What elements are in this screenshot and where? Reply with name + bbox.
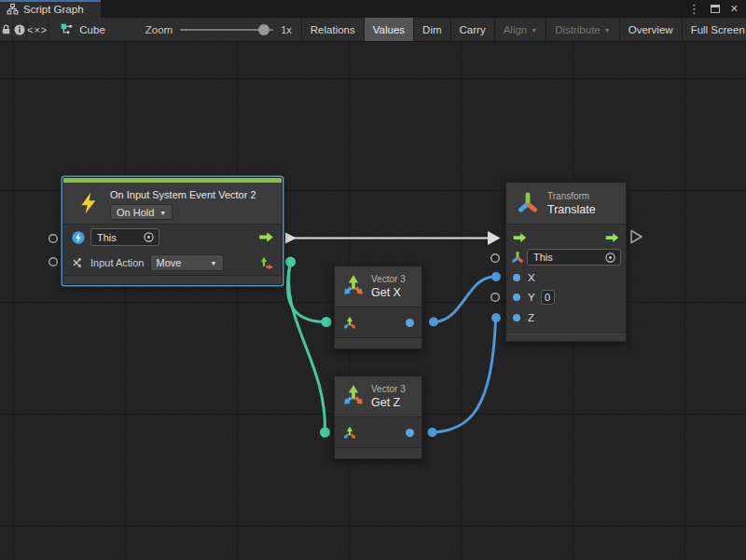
node-vector3-get-x[interactable]: Vector 3 Get X	[334, 266, 422, 349]
translate-node-footer	[506, 332, 626, 341]
getz-node-footer	[335, 447, 421, 458]
chevron-down-icon: ▼	[159, 210, 166, 216]
port-z-dot[interactable]	[513, 314, 520, 321]
fullscreen-button[interactable]: Full Screen	[682, 18, 746, 41]
vector3-input-port-icon[interactable]	[342, 315, 357, 331]
getz-category: Vector 3	[371, 383, 406, 395]
lock-button[interactable]	[0, 18, 13, 41]
tab-script-graph[interactable]: Script Graph	[0, 0, 101, 18]
node-on-input-system-event[interactable]: On Input System Event Vector 2 On Hold ▼…	[62, 177, 283, 285]
node-vector3-get-z[interactable]: Vector 3 Get Z	[334, 376, 422, 459]
graph-breadcrumb[interactable]: Cube Zoom 1x	[48, 18, 301, 41]
self-target-icon[interactable]	[604, 252, 616, 264]
inspect-button[interactable]	[13, 18, 27, 41]
event-mode-dropdown[interactable]: On Hold ▼	[110, 204, 173, 220]
transform-mini-icon	[511, 251, 524, 264]
vector3-input-port-icon[interactable]	[342, 425, 357, 441]
zoom-slider-handle[interactable]	[258, 24, 269, 35]
tab-bar: Script Graph ⋮ ✕	[0, 0, 746, 18]
translate-category: Transform	[547, 190, 596, 202]
event-node-title: On Input System Event Vector 2	[110, 189, 256, 201]
vector2-output-icon[interactable]	[258, 254, 275, 271]
relations-button[interactable]: Relations	[301, 18, 364, 41]
port-x-dot[interactable]	[513, 274, 520, 281]
menu-icon[interactable]: ⋮	[688, 3, 700, 15]
getz-name: Get Z	[371, 395, 406, 410]
port-y-label: Y	[528, 292, 535, 303]
control-output-arrow-icon[interactable]	[257, 231, 275, 243]
toolbar-buttons: Relations Values Dim Carry Align ▼ Distr…	[301, 18, 746, 41]
input-action-label: Input Action	[90, 257, 145, 268]
zoom-slider[interactable]	[180, 29, 273, 31]
chevron-down-icon: ▼	[211, 260, 217, 266]
port-x-label: X	[528, 272, 535, 283]
port-y-value[interactable]: 0	[541, 290, 555, 305]
carry-button[interactable]: Carry	[450, 18, 494, 41]
overview-button[interactable]: Overview	[619, 18, 682, 41]
self-lightning-icon	[71, 230, 86, 245]
chevron-down-icon: ▼	[531, 27, 537, 34]
node-transform-translate[interactable]: Transform Translate This	[505, 182, 627, 342]
maximize-icon[interactable]	[711, 5, 720, 13]
align-button[interactable]: Align ▼	[494, 18, 546, 41]
info-icon	[13, 23, 26, 36]
translate-this-field[interactable]: This	[527, 249, 621, 266]
control-output-arrow-icon[interactable]	[604, 232, 620, 243]
port-y-dot[interactable]	[513, 294, 520, 301]
zoom-label: Zoom	[145, 24, 173, 35]
window-controls: ⋮ ✕	[688, 0, 746, 18]
code-icon: <×>	[27, 24, 48, 35]
graph-toolbar: <×> Cube Zoom 1x Relations Values Dim Ca…	[0, 18, 746, 42]
getx-output-port-dot[interactable]	[406, 319, 414, 327]
getx-category: Vector 3	[371, 273, 406, 285]
tab-focus-accent	[0, 0, 101, 2]
translate-name: Translate	[547, 202, 596, 217]
vector3-icon	[341, 272, 366, 298]
event-this-field[interactable]: This	[90, 228, 159, 246]
transform-icon	[516, 190, 540, 214]
port-z-label: Z	[528, 312, 534, 323]
dim-button[interactable]: Dim	[413, 18, 449, 41]
close-icon[interactable]: ✕	[730, 4, 739, 14]
vector3-icon	[341, 382, 366, 408]
script-graph-window: Script Graph ⋮ ✕ <×>	[0, 0, 746, 560]
getx-node-footer	[335, 337, 421, 348]
control-input-arrow-icon[interactable]	[512, 232, 528, 243]
input-action-dropdown[interactable]: Move ▼	[150, 254, 224, 271]
getx-name: Get X	[371, 285, 406, 300]
distribute-button[interactable]: Distribute ▼	[546, 18, 619, 41]
sitemap-icon	[7, 3, 19, 15]
self-target-icon[interactable]	[143, 231, 155, 243]
lock-icon	[0, 23, 12, 36]
chevron-down-icon: ▼	[604, 27, 611, 34]
graph-icon	[60, 22, 75, 37]
zoom-value: 1x	[281, 24, 292, 35]
values-button[interactable]: Values	[364, 18, 413, 41]
input-action-icon	[71, 255, 86, 270]
event-node-footer	[63, 275, 282, 284]
code-preview-button[interactable]: <×>	[27, 18, 48, 41]
zoom-cluster: Zoom 1x	[145, 24, 292, 35]
lightning-icon	[76, 190, 101, 216]
tab-title: Script Graph	[23, 4, 84, 15]
graph-target-label: Cube	[79, 24, 105, 35]
getz-output-port-dot[interactable]	[406, 429, 414, 437]
